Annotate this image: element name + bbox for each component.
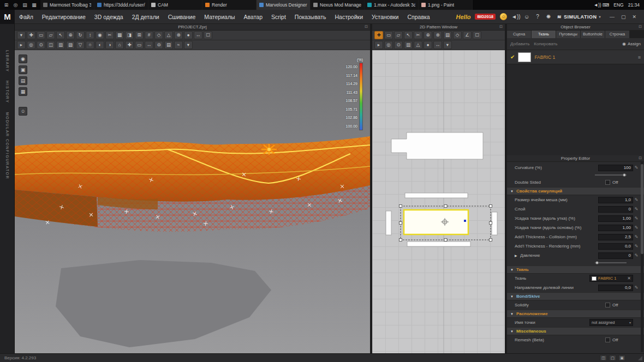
- trace-icon[interactable]: ◎: [384, 41, 393, 49]
- pan-tool-icon[interactable]: ↖: [56, 31, 65, 39]
- shade-view-icon[interactable]: ▨: [66, 41, 75, 49]
- texture-view-icon[interactable]: ▥: [56, 41, 65, 49]
- menu-item[interactable]: Установки: [367, 10, 403, 24]
- half-tone2-icon[interactable]: ◑: [105, 41, 114, 49]
- pattern-strip-bottom[interactable]: [407, 242, 470, 246]
- half-tone-icon[interactable]: ◐: [96, 41, 104, 49]
- flip-down-icon[interactable]: ▽: [76, 41, 85, 49]
- stretch-tool-icon[interactable]: ↔: [194, 31, 202, 39]
- 3d-viewport-canvas[interactable]: ◉▣▤▦☺ (%) 120.00117.14114.29111.43108.57…: [15, 50, 370, 353]
- help-icon[interactable]: ?: [533, 14, 542, 20]
- layout-3d-2d-icon[interactable]: ◫: [600, 355, 607, 361]
- rect-select-tool-icon[interactable]: ▭: [37, 31, 45, 39]
- grid-snap-icon[interactable]: #: [145, 31, 153, 39]
- rect-tool-icon[interactable]: ▭: [135, 41, 144, 49]
- rotate-view-icon[interactable]: ↻: [76, 31, 85, 39]
- point-2d-icon[interactable]: ●: [424, 41, 432, 49]
- section-header[interactable]: ▼Расположение: [507, 310, 644, 318]
- pattern-strip-top[interactable]: [405, 193, 468, 198]
- taskbar-tab[interactable]: Marmoset Toolbag 3...: [40, 0, 94, 10]
- point-name-dropdown[interactable]: not assigned▾: [589, 319, 633, 326]
- add-fabric-button[interactable]: Добавить: [510, 41, 529, 46]
- hamburger-menu-icon[interactable]: ≡: [638, 55, 641, 60]
- float-panel-icon[interactable]: ⊡: [499, 25, 503, 29]
- checkbox[interactable]: [605, 303, 610, 307]
- rail-tab[interactable]: MODULAR CONFIGURATOR: [5, 112, 9, 179]
- edit-icon[interactable]: ✎: [633, 253, 640, 258]
- menu-item[interactable]: Аватар: [240, 10, 267, 24]
- taskbar-tab[interactable]: 1.max - Autodesk 3ds...: [365, 0, 419, 10]
- show-pattern-outline-icon[interactable]: ▤: [19, 76, 27, 85]
- sound-icon[interactable]: ◄)): [511, 14, 520, 20]
- seam-display-icon[interactable]: ▦: [115, 31, 124, 39]
- menu-item[interactable]: Справка: [403, 10, 434, 24]
- minimize-button[interactable]: —: [610, 14, 615, 20]
- assign-button[interactable]: ◉ Assign: [622, 41, 641, 46]
- object-browser-tab[interactable]: Buttonhole: [581, 31, 605, 38]
- rect-pattern-icon[interactable]: ☐: [473, 31, 481, 39]
- menu-item[interactable]: Материалы: [200, 10, 239, 24]
- edit-icon[interactable]: ✎: [633, 207, 640, 212]
- angle-tool-icon[interactable]: ∠: [463, 31, 472, 39]
- object-browser-header[interactable]: Object Browser ⊡: [507, 24, 644, 31]
- edit-icon[interactable]: ✎: [633, 216, 640, 221]
- property-value-input[interactable]: 100: [598, 165, 633, 171]
- render-style-icon[interactable]: ▦: [19, 87, 27, 96]
- slider-track[interactable]: [595, 262, 627, 263]
- play-2d-icon[interactable]: ▸: [374, 41, 383, 49]
- sync-icon[interactable]: ⊙: [394, 41, 403, 49]
- add-point-icon[interactable]: ✚: [125, 41, 134, 49]
- property-value-input[interactable]: 1,00: [598, 225, 633, 231]
- menu-item[interactable]: Script: [267, 10, 290, 24]
- resize-grip[interactable]: [638, 356, 642, 360]
- edit-icon[interactable]: ✎: [633, 244, 640, 249]
- float-panel-icon[interactable]: ⊡: [639, 25, 642, 29]
- avatar-figure-icon[interactable]: ☺: [19, 107, 27, 116]
- pin-tool-icon[interactable]: ◉: [96, 31, 104, 39]
- measure-icon[interactable]: ↔: [145, 41, 153, 49]
- selected-pattern-piece[interactable]: [404, 210, 468, 234]
- edit-icon[interactable]: ✎: [633, 165, 640, 170]
- 3d-window-header[interactable]: PROJECT.Zprj ⊡: [15, 24, 370, 31]
- target-icon[interactable]: ⊙: [37, 41, 45, 49]
- scale-tool-icon[interactable]: ↕: [86, 31, 94, 39]
- slider-track[interactable]: [595, 174, 627, 176]
- grain-point[interactable]: [464, 220, 466, 222]
- remove-icon[interactable]: ⊖: [154, 41, 163, 49]
- scrollbar-thumb[interactable]: [641, 164, 643, 254]
- measure-2d-icon[interactable]: ↔: [433, 41, 442, 49]
- menu-item[interactable]: Файл: [15, 10, 38, 24]
- home-view-icon[interactable]: ⌂: [115, 41, 124, 49]
- avatar-tool-icon[interactable]: △: [164, 31, 173, 39]
- play-icon[interactable]: ▸: [17, 41, 26, 49]
- edit-pattern-icon[interactable]: ▭: [384, 31, 393, 39]
- edit-icon[interactable]: ✎: [633, 285, 640, 290]
- taskbar-tab[interactable]: CAM: [148, 0, 202, 10]
- taskbar-tab[interactable]: 1.png - Paint: [419, 0, 473, 10]
- taskbar-tab[interactable]: Nexus Mod Manager ...: [311, 0, 365, 10]
- slider-knob[interactable]: [595, 261, 599, 264]
- object-browser-tab[interactable]: Пуговицы: [556, 31, 581, 38]
- scrollbar[interactable]: [641, 162, 643, 352]
- property-value-input[interactable]: 0: [598, 206, 633, 213]
- checkbox[interactable]: [605, 337, 610, 342]
- layout-2d-only-icon[interactable]: ▣: [618, 355, 625, 361]
- slider-knob[interactable]: [623, 173, 626, 177]
- menu-item[interactable]: 2Д детали: [128, 10, 164, 24]
- section-header[interactable]: ▼Ткань: [507, 266, 644, 274]
- fold-tool-icon[interactable]: ◨: [125, 31, 134, 39]
- close-button[interactable]: ✕: [632, 14, 636, 20]
- edit-icon[interactable]: ✎: [633, 225, 640, 230]
- float-panel-icon[interactable]: ⊡: [639, 156, 642, 160]
- object-browser-tab[interactable]: Строчка: [605, 31, 630, 38]
- property-value-input[interactable]: 1,0: [598, 197, 633, 203]
- rail-tab[interactable]: HISTORY: [5, 81, 9, 103]
- keyboard-icon[interactable]: ⌨: [603, 2, 609, 8]
- transform-pattern-icon[interactable]: ✚: [374, 31, 383, 39]
- property-value-input[interactable]: 1,00: [598, 215, 633, 222]
- volume-icon[interactable]: ◄)): [594, 2, 603, 8]
- show-avatar-icon[interactable]: ◉: [19, 55, 27, 63]
- fabric-list-item[interactable]: ✔ FABRIC 1 ≡: [507, 50, 644, 64]
- property-value-input[interactable]: 0,0: [598, 285, 633, 291]
- rail-tab[interactable]: LIBRARY: [5, 50, 9, 72]
